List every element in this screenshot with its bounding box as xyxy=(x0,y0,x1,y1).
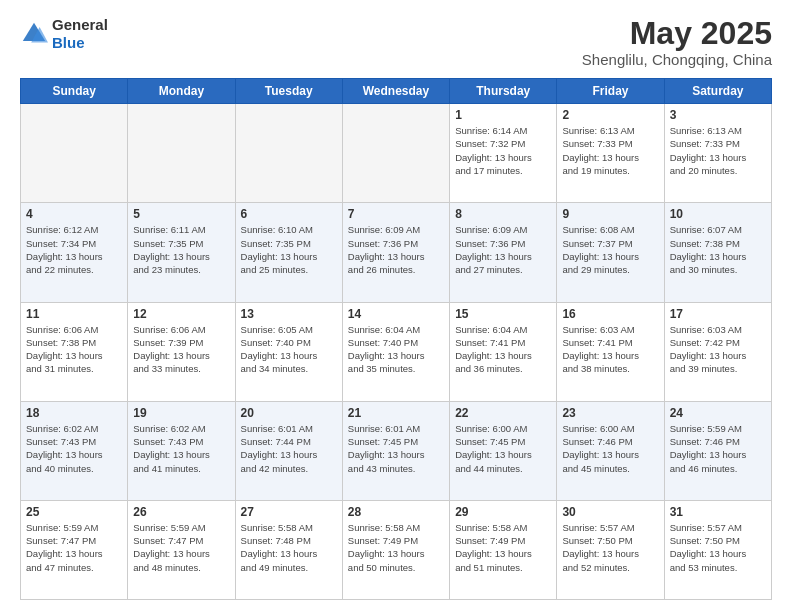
calendar-cell: 15Sunrise: 6:04 AM Sunset: 7:41 PM Dayli… xyxy=(450,302,557,401)
day-number: 3 xyxy=(670,108,766,122)
calendar-cell: 10Sunrise: 6:07 AM Sunset: 7:38 PM Dayli… xyxy=(664,203,771,302)
day-info: Sunrise: 5:57 AM Sunset: 7:50 PM Dayligh… xyxy=(670,521,766,574)
day-number: 14 xyxy=(348,307,444,321)
day-number: 24 xyxy=(670,406,766,420)
calendar-header-monday: Monday xyxy=(128,79,235,104)
day-info: Sunrise: 6:09 AM Sunset: 7:36 PM Dayligh… xyxy=(348,223,444,276)
day-info: Sunrise: 6:01 AM Sunset: 7:44 PM Dayligh… xyxy=(241,422,337,475)
calendar-cell: 14Sunrise: 6:04 AM Sunset: 7:40 PM Dayli… xyxy=(342,302,449,401)
day-number: 17 xyxy=(670,307,766,321)
logo-blue: Blue xyxy=(52,34,85,51)
day-info: Sunrise: 5:59 AM Sunset: 7:47 PM Dayligh… xyxy=(26,521,122,574)
day-number: 6 xyxy=(241,207,337,221)
day-info: Sunrise: 6:03 AM Sunset: 7:42 PM Dayligh… xyxy=(670,323,766,376)
calendar-title: May 2025 xyxy=(582,16,772,51)
day-info: Sunrise: 6:14 AM Sunset: 7:32 PM Dayligh… xyxy=(455,124,551,177)
day-info: Sunrise: 6:07 AM Sunset: 7:38 PM Dayligh… xyxy=(670,223,766,276)
calendar-header-row: SundayMondayTuesdayWednesdayThursdayFrid… xyxy=(21,79,772,104)
day-info: Sunrise: 6:13 AM Sunset: 7:33 PM Dayligh… xyxy=(670,124,766,177)
day-info: Sunrise: 5:58 AM Sunset: 7:49 PM Dayligh… xyxy=(348,521,444,574)
calendar-cell: 7Sunrise: 6:09 AM Sunset: 7:36 PM Daylig… xyxy=(342,203,449,302)
calendar-week-1: 1Sunrise: 6:14 AM Sunset: 7:32 PM Daylig… xyxy=(21,104,772,203)
day-info: Sunrise: 6:02 AM Sunset: 7:43 PM Dayligh… xyxy=(133,422,229,475)
calendar-week-4: 18Sunrise: 6:02 AM Sunset: 7:43 PM Dayli… xyxy=(21,401,772,500)
logo: General Blue xyxy=(20,16,108,52)
logo-general: General xyxy=(52,16,108,33)
calendar-cell: 22Sunrise: 6:00 AM Sunset: 7:45 PM Dayli… xyxy=(450,401,557,500)
day-info: Sunrise: 5:58 AM Sunset: 7:49 PM Dayligh… xyxy=(455,521,551,574)
calendar-table: SundayMondayTuesdayWednesdayThursdayFrid… xyxy=(20,78,772,600)
calendar-week-3: 11Sunrise: 6:06 AM Sunset: 7:38 PM Dayli… xyxy=(21,302,772,401)
day-number: 11 xyxy=(26,307,122,321)
day-info: Sunrise: 6:12 AM Sunset: 7:34 PM Dayligh… xyxy=(26,223,122,276)
logo-icon xyxy=(20,20,48,48)
day-info: Sunrise: 6:00 AM Sunset: 7:45 PM Dayligh… xyxy=(455,422,551,475)
day-number: 29 xyxy=(455,505,551,519)
calendar-week-5: 25Sunrise: 5:59 AM Sunset: 7:47 PM Dayli… xyxy=(21,500,772,599)
calendar-cell xyxy=(235,104,342,203)
day-number: 4 xyxy=(26,207,122,221)
calendar-cell: 29Sunrise: 5:58 AM Sunset: 7:49 PM Dayli… xyxy=(450,500,557,599)
day-number: 5 xyxy=(133,207,229,221)
calendar-cell: 9Sunrise: 6:08 AM Sunset: 7:37 PM Daylig… xyxy=(557,203,664,302)
day-number: 27 xyxy=(241,505,337,519)
day-number: 23 xyxy=(562,406,658,420)
calendar-header-friday: Friday xyxy=(557,79,664,104)
day-info: Sunrise: 6:04 AM Sunset: 7:40 PM Dayligh… xyxy=(348,323,444,376)
calendar-cell: 5Sunrise: 6:11 AM Sunset: 7:35 PM Daylig… xyxy=(128,203,235,302)
day-number: 1 xyxy=(455,108,551,122)
day-number: 2 xyxy=(562,108,658,122)
day-number: 15 xyxy=(455,307,551,321)
calendar-cell: 26Sunrise: 5:59 AM Sunset: 7:47 PM Dayli… xyxy=(128,500,235,599)
calendar-cell: 20Sunrise: 6:01 AM Sunset: 7:44 PM Dayli… xyxy=(235,401,342,500)
logo-text: General Blue xyxy=(52,16,108,52)
calendar-cell xyxy=(21,104,128,203)
calendar-cell xyxy=(342,104,449,203)
calendar-cell: 30Sunrise: 5:57 AM Sunset: 7:50 PM Dayli… xyxy=(557,500,664,599)
calendar-cell: 2Sunrise: 6:13 AM Sunset: 7:33 PM Daylig… xyxy=(557,104,664,203)
day-number: 28 xyxy=(348,505,444,519)
calendar-cell: 13Sunrise: 6:05 AM Sunset: 7:40 PM Dayli… xyxy=(235,302,342,401)
calendar-cell: 16Sunrise: 6:03 AM Sunset: 7:41 PM Dayli… xyxy=(557,302,664,401)
calendar-cell: 17Sunrise: 6:03 AM Sunset: 7:42 PM Dayli… xyxy=(664,302,771,401)
calendar-location: Shenglilu, Chongqing, China xyxy=(582,51,772,68)
day-info: Sunrise: 6:08 AM Sunset: 7:37 PM Dayligh… xyxy=(562,223,658,276)
day-number: 10 xyxy=(670,207,766,221)
day-info: Sunrise: 6:01 AM Sunset: 7:45 PM Dayligh… xyxy=(348,422,444,475)
calendar-cell: 25Sunrise: 5:59 AM Sunset: 7:47 PM Dayli… xyxy=(21,500,128,599)
day-info: Sunrise: 6:04 AM Sunset: 7:41 PM Dayligh… xyxy=(455,323,551,376)
day-number: 30 xyxy=(562,505,658,519)
calendar-week-2: 4Sunrise: 6:12 AM Sunset: 7:34 PM Daylig… xyxy=(21,203,772,302)
title-block: May 2025 Shenglilu, Chongqing, China xyxy=(582,16,772,68)
day-info: Sunrise: 6:02 AM Sunset: 7:43 PM Dayligh… xyxy=(26,422,122,475)
day-number: 20 xyxy=(241,406,337,420)
calendar-header-wednesday: Wednesday xyxy=(342,79,449,104)
day-info: Sunrise: 6:10 AM Sunset: 7:35 PM Dayligh… xyxy=(241,223,337,276)
day-number: 25 xyxy=(26,505,122,519)
day-number: 19 xyxy=(133,406,229,420)
calendar-cell: 28Sunrise: 5:58 AM Sunset: 7:49 PM Dayli… xyxy=(342,500,449,599)
day-info: Sunrise: 5:59 AM Sunset: 7:46 PM Dayligh… xyxy=(670,422,766,475)
day-number: 21 xyxy=(348,406,444,420)
calendar-header-thursday: Thursday xyxy=(450,79,557,104)
calendar-cell: 27Sunrise: 5:58 AM Sunset: 7:48 PM Dayli… xyxy=(235,500,342,599)
day-number: 9 xyxy=(562,207,658,221)
day-info: Sunrise: 6:11 AM Sunset: 7:35 PM Dayligh… xyxy=(133,223,229,276)
day-number: 18 xyxy=(26,406,122,420)
day-number: 13 xyxy=(241,307,337,321)
calendar-cell: 6Sunrise: 6:10 AM Sunset: 7:35 PM Daylig… xyxy=(235,203,342,302)
day-info: Sunrise: 6:05 AM Sunset: 7:40 PM Dayligh… xyxy=(241,323,337,376)
day-number: 26 xyxy=(133,505,229,519)
calendar-cell: 8Sunrise: 6:09 AM Sunset: 7:36 PM Daylig… xyxy=(450,203,557,302)
calendar-cell: 12Sunrise: 6:06 AM Sunset: 7:39 PM Dayli… xyxy=(128,302,235,401)
page: General Blue May 2025 Shenglilu, Chongqi… xyxy=(0,0,792,612)
day-info: Sunrise: 5:57 AM Sunset: 7:50 PM Dayligh… xyxy=(562,521,658,574)
day-info: Sunrise: 6:00 AM Sunset: 7:46 PM Dayligh… xyxy=(562,422,658,475)
calendar-cell xyxy=(128,104,235,203)
day-number: 8 xyxy=(455,207,551,221)
day-number: 31 xyxy=(670,505,766,519)
day-info: Sunrise: 5:58 AM Sunset: 7:48 PM Dayligh… xyxy=(241,521,337,574)
calendar-cell: 24Sunrise: 5:59 AM Sunset: 7:46 PM Dayli… xyxy=(664,401,771,500)
day-info: Sunrise: 6:09 AM Sunset: 7:36 PM Dayligh… xyxy=(455,223,551,276)
calendar-cell: 23Sunrise: 6:00 AM Sunset: 7:46 PM Dayli… xyxy=(557,401,664,500)
